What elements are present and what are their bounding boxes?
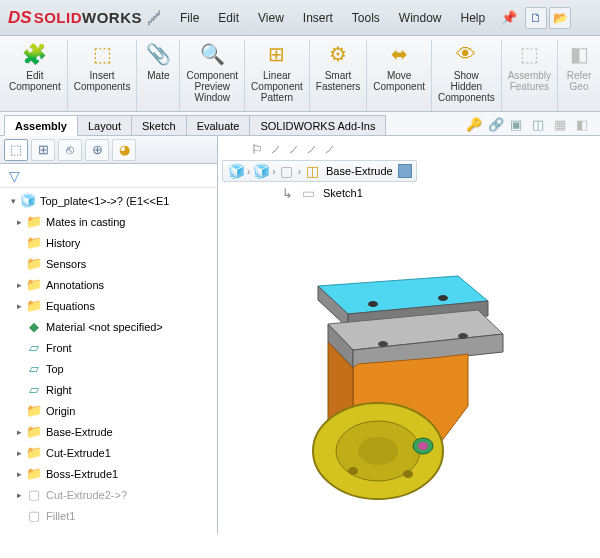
search-icon[interactable]: 🔑 xyxy=(466,117,484,135)
model-render xyxy=(258,246,538,526)
open-doc-icon[interactable]: 📂 xyxy=(549,7,571,29)
tree-item[interactable]: ▱Right xyxy=(0,379,217,400)
ribbon-edit[interactable]: 🧩EditComponent xyxy=(3,40,68,111)
caliper-icon[interactable]: ⟋ xyxy=(302,140,320,158)
funnel-icon[interactable]: ▽ xyxy=(4,166,24,186)
breadcrumb-sketch-label[interactable]: Sketch1 xyxy=(320,187,366,199)
sketch-icon[interactable]: ▭ xyxy=(299,184,317,202)
expand-icon[interactable]: ▸ xyxy=(14,469,24,479)
caliper-icon[interactable]: ⟋ xyxy=(320,140,338,158)
reply-icon[interactable]: ↳ xyxy=(278,184,296,202)
ribbon-move[interactable]: ⬌MoveComponent xyxy=(367,40,432,111)
command-tab-bar: AssemblyLayoutSketchEvaluateSOLIDWORKS A… xyxy=(0,112,600,136)
breadcrumb-row-2: ↳ ▭ Sketch1 xyxy=(278,184,366,202)
feature-icon[interactable]: ▢ xyxy=(278,162,296,180)
filter-icon[interactable]: ▦ xyxy=(554,117,572,135)
logo-solid: SOLID xyxy=(34,9,82,26)
tree-item[interactable]: 📁Origin xyxy=(0,400,217,421)
menu-help[interactable]: Help xyxy=(453,9,494,27)
collapse-icon[interactable]: ▾ xyxy=(8,196,18,206)
ribbon-assembly[interactable]: ⬚AssemblyFeatures xyxy=(502,40,558,111)
dim-tab-icon[interactable]: ⊕ xyxy=(85,139,109,161)
new-doc-icon[interactable]: 🗋 xyxy=(525,7,547,29)
tree-item[interactable]: ▸📁Annotations xyxy=(0,274,217,295)
graphics-viewport[interactable]: ⚐ ⟋ ⟋ ⟋ ⟋ 🧊 › 🧊 › ▢ › ◫ Base-Extrude ↳ ▭… xyxy=(218,136,600,534)
expand-icon[interactable]: ▸ xyxy=(14,301,24,311)
tree-node-label: Origin xyxy=(46,405,75,417)
tree-root-label: Top_plate<1>->? (E1<<E1 xyxy=(40,195,169,207)
pin-icon[interactable]: 📌 xyxy=(501,10,517,25)
tree-node-icon: 📁 xyxy=(26,403,42,419)
ribbon-mate[interactable]: 📎Mate xyxy=(137,40,180,111)
tree-node-label: Sensors xyxy=(46,258,86,270)
tab-layout[interactable]: Layout xyxy=(77,115,132,135)
tree-node-label: Mates in casting xyxy=(46,216,125,228)
hide-icon[interactable]: ◧ xyxy=(576,117,594,135)
menu-edit[interactable]: Edit xyxy=(210,9,247,27)
extrude-icon[interactable]: ◫ xyxy=(303,162,321,180)
tree-item[interactable]: ▱Top xyxy=(0,358,217,379)
menu-window[interactable]: Window xyxy=(391,9,450,27)
ribbon-icon: ⬌ xyxy=(384,40,414,68)
part-icon[interactable]: 🧊 xyxy=(252,162,270,180)
menu-view[interactable]: View xyxy=(250,9,292,27)
tree-item[interactable]: 📁History xyxy=(0,232,217,253)
tab-sketch[interactable]: Sketch xyxy=(131,115,187,135)
ribbon-component[interactable]: 🔍ComponentPreviewWindow xyxy=(180,40,245,111)
ribbon-insert[interactable]: ⬚InsertComponents xyxy=(68,40,138,111)
expand-icon[interactable]: ▸ xyxy=(14,427,24,437)
tree-item[interactable]: ▸📁Equations xyxy=(0,295,217,316)
svg-point-8 xyxy=(378,341,388,347)
breadcrumb-feature-label[interactable]: Base-Extrude xyxy=(323,165,396,177)
ribbon-label: EditComponent xyxy=(9,70,61,92)
tree-item[interactable]: ▢Fillet1 xyxy=(0,505,217,526)
context-toolbar: ⚐ ⟋ ⟋ ⟋ ⟋ xyxy=(248,140,338,158)
appearance-tab-icon[interactable]: ◕ xyxy=(112,139,136,161)
menu-tools[interactable]: Tools xyxy=(344,9,388,27)
part-icon: 🧊 xyxy=(20,193,36,209)
tree-item[interactable]: ◆Material <not specified> xyxy=(0,316,217,337)
tree-item[interactable]: ▱Front xyxy=(0,337,217,358)
ribbon-linear[interactable]: ⊞LinearComponentPattern xyxy=(245,40,310,111)
expand-icon[interactable]: ▸ xyxy=(14,280,24,290)
expand-icon[interactable]: ▸ xyxy=(14,448,24,458)
ribbon-show[interactable]: 👁ShowHiddenComponents xyxy=(432,40,502,111)
logo-works: WORKS xyxy=(82,9,142,26)
expand-icon[interactable]: ▸ xyxy=(14,217,24,227)
assembly-icon[interactable]: 🧊 xyxy=(227,162,245,180)
tree-item[interactable]: ▸📁Cut-Extrude1 xyxy=(0,442,217,463)
flag-icon[interactable]: ⚐ xyxy=(248,140,266,158)
tree-item[interactable]: ▸📁Mates in casting xyxy=(0,211,217,232)
logo-ds: DS xyxy=(8,8,32,28)
tree-item[interactable]: ▸📁Boss-Extrude1 xyxy=(0,463,217,484)
feature-tree: ▾ 🧊 Top_plate<1>->? (E1<<E1 ▸📁Mates in c… xyxy=(0,188,217,534)
feature-tree-tab-icon[interactable]: ⬚ xyxy=(4,139,28,161)
ribbon-label: ReferGeo xyxy=(567,70,591,92)
view-tools: 🔑 🔗 ▣ ◫ ▦ ◧ xyxy=(466,117,600,135)
title-quick-icons: 🗋 📂 xyxy=(525,7,571,29)
view-cube-icon[interactable]: ▣ xyxy=(510,117,528,135)
config-tab-icon[interactable]: ⎋ xyxy=(58,139,82,161)
tree-item[interactable]: ▸📁Base-Extrude xyxy=(0,421,217,442)
menu-insert[interactable]: Insert xyxy=(295,9,341,27)
tree-root[interactable]: ▾ 🧊 Top_plate<1>->? (E1<<E1 xyxy=(0,190,217,211)
ribbon-refer[interactable]: ◧ReferGeo xyxy=(558,40,600,111)
tree-node-label: Fillet1 xyxy=(46,510,75,522)
panel-tabs: ⬚ ⊞ ⎋ ⊕ ◕ xyxy=(0,136,217,164)
tab-evaluate[interactable]: Evaluate xyxy=(186,115,251,135)
ribbon-smart[interactable]: ⚙SmartFasteners xyxy=(310,40,367,111)
expand-icon[interactable]: ▸ xyxy=(14,490,24,500)
property-tab-icon[interactable]: ⊞ xyxy=(31,139,55,161)
tab-assembly[interactable]: Assembly xyxy=(4,115,78,136)
caliper-icon[interactable]: ⟋ xyxy=(284,140,302,158)
menu-file[interactable]: File xyxy=(172,9,207,27)
caliper-icon[interactable]: ⟋ xyxy=(266,140,284,158)
ribbon-icon: 🧩 xyxy=(20,40,50,68)
tab-solidworks-add-ins[interactable]: SOLIDWORKS Add-Ins xyxy=(249,115,386,135)
tree-item[interactable]: ▸▢Cut-Extrude2->? xyxy=(0,484,217,505)
face-swatch-icon[interactable] xyxy=(398,164,412,178)
display-icon[interactable]: ◫ xyxy=(532,117,550,135)
link-icon[interactable]: 🔗 xyxy=(488,117,506,135)
tree-item[interactable]: 📁Sensors xyxy=(0,253,217,274)
tree-node-label: Annotations xyxy=(46,279,104,291)
